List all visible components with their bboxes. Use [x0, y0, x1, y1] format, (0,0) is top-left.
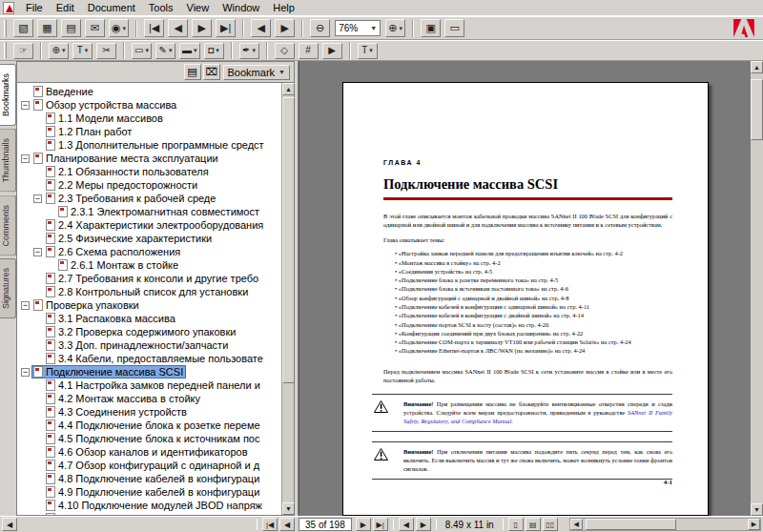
previous-view-button[interactable]: ◀ [399, 518, 414, 531]
bookmark-item[interactable]: 3.4 Кабели, предоставляемые пользовате [17, 352, 281, 365]
zoom-out-button[interactable]: ⊖ [310, 19, 330, 37]
collapse-expander-icon[interactable]: − [21, 368, 30, 377]
topic-link[interactable]: «Подключение Ethernet-портов к ЛВС/WAN (… [395, 346, 672, 355]
toolbar-grip[interactable] [4, 20, 7, 37]
scroll-down-icon[interactable]: ▼ [282, 502, 295, 515]
next-view-button[interactable]: ▶ [416, 518, 431, 531]
previous-page-button[interactable]: ◀ [168, 19, 188, 37]
delete-bookmark-button[interactable]: ⌧ [203, 64, 220, 80]
bookmark-item[interactable]: 2.5 Физические характеристики [17, 232, 281, 245]
movie-tool-button[interactable]: ▶ [322, 43, 342, 59]
bookmark-item[interactable]: Введение [17, 85, 281, 98]
open-file-button[interactable]: ▧ [13, 19, 33, 37]
bookmark-item[interactable]: −2.3 Требования к рабочей среде [17, 192, 281, 205]
topic-link[interactable]: «Подключение портов SCSI к хосту (состав… [395, 320, 672, 329]
note-tool-button[interactable]: ▭▾ [132, 43, 152, 59]
zoom-level-select[interactable]: 76%▼ [335, 20, 381, 36]
vertical-scrollbar[interactable]: ▲ ▼ [751, 61, 763, 516]
bookmarks-scrollbar[interactable]: ▲ ▼ [281, 83, 294, 515]
bookmark-item[interactable]: 4.2 Монтаж массива в стойку [17, 392, 281, 405]
previous-view-button[interactable]: ◀ [251, 19, 271, 37]
bookmark-item[interactable]: 4.5 Подключение блока к источникам пос [17, 432, 281, 445]
bookmark-item[interactable]: 4.3 Соединения устройств [17, 405, 281, 419]
topic-link[interactable]: «Подключение COM-порта к терминалу VT100… [395, 338, 672, 346]
next-page-button[interactable]: ▶ [192, 19, 212, 37]
bookmark-item[interactable]: 3.2 Проверка содержимого упаковки [17, 325, 281, 338]
bookmark-item[interactable]: 3.1 Распаковка массива [17, 312, 281, 325]
single-page-layout-icon[interactable]: ▯ [508, 518, 524, 531]
vertical-scroll-track[interactable] [751, 73, 763, 503]
stamp-tool-button[interactable]: ◘▾ [204, 43, 224, 59]
bookmark-item[interactable]: 2.3.1 Электромагнитная совместимост [17, 205, 281, 218]
bookmark-item[interactable]: 4.1 Настройка замков передней панели и [17, 379, 281, 392]
horizontal-scrollbar[interactable]: ◀ ▶ [569, 518, 761, 531]
topic-link[interactable]: «Подключение кабелей в конфигурации с дв… [395, 311, 672, 319]
next-view-button[interactable]: ▶ [275, 19, 295, 37]
link-tool-button[interactable]: ◇ [275, 43, 295, 59]
bookmark-item[interactable]: 2.6.1 Монтаж в стойке [17, 258, 281, 272]
page-number-field[interactable]: 35 of 198 [299, 518, 352, 531]
bookmark-item[interactable]: 4.10 Подключение модулей JBOD напряж [17, 499, 281, 512]
expand-bookmark-button[interactable]: ▤ [184, 64, 201, 80]
menu-item-edit[interactable]: Edit [50, 1, 81, 15]
select-text-tool-button[interactable]: T▾ [72, 43, 93, 59]
menu-item-tools[interactable]: Tools [142, 1, 180, 15]
bookmark-item[interactable]: 4.9 Подключение кабелей в конфигураци [17, 485, 281, 499]
previous-page-button[interactable]: ◀ [279, 518, 295, 531]
bookmark-item[interactable]: 4.7 Обзор конфигураций с одинарной и д [17, 459, 281, 472]
bookmark-item[interactable]: −Обзор устройства массива [17, 98, 281, 112]
save-copy-button[interactable]: ▦ [37, 19, 57, 37]
zoom-tool-button[interactable]: ⊕▾ [49, 43, 69, 59]
topic-link[interactable]: «Конфигурация соединений при двух блоках… [395, 329, 672, 338]
bookmarks-scroll-track[interactable] [282, 95, 294, 502]
horizontal-scroll-track[interactable] [583, 519, 748, 530]
bookmark-item[interactable]: −2.6 Схема расположения [17, 245, 281, 258]
tab-signatures[interactable]: Signatures [0, 258, 16, 318]
bookmark-item[interactable]: 4.4 Подключение блока к розетке переме [17, 419, 281, 432]
collapse-expander-icon[interactable]: − [21, 101, 30, 110]
bookmark-item[interactable]: 4.11 Монтаж массивов JBOD [17, 512, 281, 515]
collapse-expander-icon[interactable]: − [21, 154, 30, 163]
signature-tool-button[interactable]: ✒▾ [239, 43, 259, 59]
collapse-expander-icon[interactable]: − [33, 194, 42, 203]
topic-link[interactable]: «Обзор конфигураций с одинарной и двойно… [395, 294, 672, 302]
last-page-button[interactable]: ▶| [373, 518, 388, 531]
highlight-tool-button[interactable]: ▬▾ [179, 43, 200, 59]
continuous-layout-icon[interactable]: ▤ [526, 518, 541, 531]
bookmark-item[interactable]: 1.2 План работ [17, 125, 281, 138]
menu-item-help[interactable]: Help [266, 1, 301, 15]
bookmark-item[interactable]: −Проверка упаковки [17, 298, 281, 312]
bookmarks-scroll-thumb[interactable] [282, 97, 295, 383]
collapse-panel-button[interactable]: ◀ [2, 518, 17, 531]
first-page-button[interactable]: |◀ [144, 19, 164, 37]
bookmark-item[interactable]: 4.6 Обзор каналов и идентификаторов [17, 445, 281, 459]
text-tool-button[interactable]: T▾ [358, 43, 378, 59]
scroll-up-icon[interactable]: ▲ [282, 83, 295, 95]
topic-link[interactable]: «Настройка замков передней панели для пр… [395, 249, 672, 257]
topic-link[interactable]: «Подключение блока к розетке переменного… [395, 276, 672, 284]
vertical-scroll-thumb[interactable] [751, 79, 763, 140]
scroll-down-icon[interactable]: ▼ [751, 503, 763, 516]
topic-link[interactable]: «Монтаж массива в стойку» на стр. 4-2 [395, 258, 672, 267]
collapse-expander-icon[interactable]: − [21, 301, 30, 310]
menu-item-view[interactable]: View [180, 1, 217, 15]
bookmark-item[interactable]: −Подключение массива SCSI [17, 365, 281, 379]
topic-link[interactable]: «Подключение кабелей в конфигурации с од… [395, 302, 672, 311]
bookmark-item[interactable]: 3.3 Доп. принадлежности/запчасти [17, 338, 281, 352]
document-area[interactable]: ГЛАВА 4 Подключение массива SCSI В этой … [299, 61, 751, 516]
bookmark-item[interactable]: 2.1 Обязанности пользователя [17, 165, 281, 178]
bookmark-item[interactable]: 2.8 Контрольный список для установки [17, 285, 281, 298]
topic-link[interactable]: «Подключение блока к источникам постоянн… [395, 284, 672, 293]
scroll-left-icon[interactable]: ◀ [570, 519, 583, 530]
scroll-right-icon[interactable]: ▶ [748, 519, 760, 530]
manual-title-link[interactable]: SANnet II Family Safety, Regulatory, and… [403, 409, 672, 424]
menu-item-window[interactable]: Window [216, 1, 266, 15]
first-page-button[interactable]: |◀ [262, 518, 278, 531]
menu-item-file[interactable]: File [19, 1, 50, 15]
next-page-button[interactable]: ▶ [356, 518, 371, 531]
tab-comments[interactable]: Comments [0, 195, 16, 256]
bookmark-menu-dropdown[interactable]: Bookmark ▼ [223, 65, 290, 80]
search-button[interactable]: ◉▾ [109, 19, 129, 37]
bookmark-item[interactable]: −Планирование места эксплуатации [17, 152, 281, 165]
zoom-in-button[interactable]: ⊕▾ [385, 19, 405, 37]
